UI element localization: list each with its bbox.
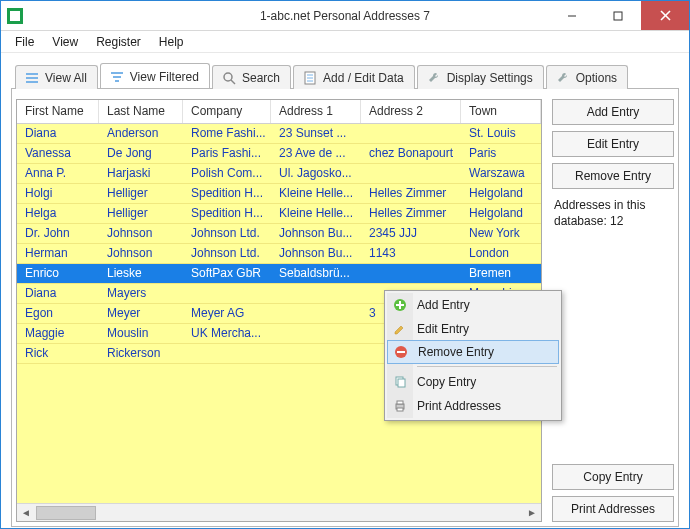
cell: Johnson xyxy=(99,224,183,243)
svg-rect-22 xyxy=(398,379,405,387)
print-addresses-button[interactable]: Print Addresses xyxy=(552,496,674,522)
col-company[interactable]: Company xyxy=(183,100,271,123)
cell: Egon xyxy=(17,304,99,323)
cell: Anna P. xyxy=(17,164,99,183)
cell: New York xyxy=(461,224,541,243)
ctx-add-entry[interactable]: Add Entry xyxy=(387,293,559,317)
scrollbar-thumb[interactable] xyxy=(36,506,96,520)
table-row[interactable]: HolgiHelligerSpedition H...Kleine Helle.… xyxy=(17,184,541,204)
svg-rect-8 xyxy=(113,76,121,78)
tab-label: Options xyxy=(576,71,617,85)
ctx-label: Edit Entry xyxy=(417,322,469,336)
copy-icon xyxy=(392,374,408,390)
cell xyxy=(361,164,461,183)
col-first-name[interactable]: First Name xyxy=(17,100,99,123)
table-row[interactable]: DianaAndersonRome Fashi...23 Sunset ...S… xyxy=(17,124,541,144)
table-row[interactable]: HelgaHelligerSpedition H...Kleine Helle.… xyxy=(17,204,541,224)
cell: Sebaldsbrü... xyxy=(271,264,361,283)
remove-entry-button[interactable]: Remove Entry xyxy=(552,163,674,189)
menu-view[interactable]: View xyxy=(44,33,86,51)
ctx-copy-entry[interactable]: Copy Entry xyxy=(387,370,559,394)
search-icon xyxy=(221,70,237,86)
cell: London xyxy=(461,244,541,263)
cell: Helgoland xyxy=(461,204,541,223)
print-icon xyxy=(392,398,408,414)
cell: Helliger xyxy=(99,204,183,223)
cell: Herman xyxy=(17,244,99,263)
form-icon xyxy=(302,70,318,86)
svg-rect-4 xyxy=(26,73,38,75)
cell: St. Louis xyxy=(461,124,541,143)
col-town[interactable]: Town xyxy=(461,100,541,123)
table-row[interactable]: Dr. JohnJohnsonJohnson Ltd.Johnson Bu...… xyxy=(17,224,541,244)
cell: Maggie xyxy=(17,324,99,343)
cell: UK Mercha... xyxy=(183,324,271,343)
cell: Vanessa xyxy=(17,144,99,163)
filter-icon xyxy=(109,69,125,85)
ctx-label: Add Entry xyxy=(417,298,470,312)
add-entry-button[interactable]: Add Entry xyxy=(552,99,674,125)
copy-entry-button[interactable]: Copy Entry xyxy=(552,464,674,490)
cell: 2345 JJJ xyxy=(361,224,461,243)
table-row[interactable]: HermanJohnsonJohnson Ltd.Johnson Bu...11… xyxy=(17,244,541,264)
cell: Harjaski xyxy=(99,164,183,183)
ctx-edit-entry[interactable]: Edit Entry xyxy=(387,317,559,341)
menubar: File View Register Help xyxy=(1,31,689,53)
tab-search[interactable]: Search xyxy=(212,65,291,89)
cell: Ul. Jagosko... xyxy=(271,164,361,183)
cell: Warszawa xyxy=(461,164,541,183)
svg-rect-5 xyxy=(26,77,38,79)
sidebar: Add Entry Edit Entry Remove Entry Addres… xyxy=(552,99,674,522)
tab-add-edit[interactable]: Add / Edit Data xyxy=(293,65,415,89)
cell: Meyer AG xyxy=(183,304,271,323)
horizontal-scrollbar[interactable]: ◄ ► xyxy=(17,503,541,521)
menu-file[interactable]: File xyxy=(7,33,42,51)
tab-label: Add / Edit Data xyxy=(323,71,404,85)
cell: Paris Fashi... xyxy=(183,144,271,163)
ctx-label: Copy Entry xyxy=(417,375,476,389)
tab-view-all[interactable]: View All xyxy=(15,65,98,89)
edit-entry-button[interactable]: Edit Entry xyxy=(552,131,674,157)
cell: Holgi xyxy=(17,184,99,203)
tab-view-filtered[interactable]: View Filtered xyxy=(100,63,210,88)
add-icon xyxy=(392,297,408,313)
scroll-right-icon[interactable]: ► xyxy=(523,504,541,522)
cell: 1143 xyxy=(361,244,461,263)
tab-label: Display Settings xyxy=(447,71,533,85)
menu-help[interactable]: Help xyxy=(151,33,192,51)
scroll-left-icon[interactable]: ◄ xyxy=(17,504,35,522)
svg-rect-9 xyxy=(115,80,119,82)
cell: Johnson xyxy=(99,244,183,263)
col-last-name[interactable]: Last Name xyxy=(99,100,183,123)
tab-options[interactable]: Options xyxy=(546,65,628,89)
cell: Anderson xyxy=(99,124,183,143)
menu-register[interactable]: Register xyxy=(88,33,149,51)
col-address1[interactable]: Address 1 xyxy=(271,100,361,123)
cell xyxy=(271,344,361,363)
wrench-icon xyxy=(426,70,442,86)
cell: Mouslin xyxy=(99,324,183,343)
ctx-remove-entry[interactable]: Remove Entry xyxy=(387,340,559,364)
cell xyxy=(183,284,271,303)
ctx-print-addresses[interactable]: Print Addresses xyxy=(387,394,559,418)
table-row[interactable]: Anna P.HarjaskiPolish Com...Ul. Jagosko.… xyxy=(17,164,541,184)
cell xyxy=(271,304,361,323)
cell: Enrico xyxy=(17,264,99,283)
cell: Helgoland xyxy=(461,184,541,203)
table-row[interactable]: EnricoLieskeSoftPax GbRSebaldsbrü...Brem… xyxy=(17,264,541,284)
tab-display-settings[interactable]: Display Settings xyxy=(417,65,544,89)
tabstrip: View All View Filtered Search Add / Edit… xyxy=(11,63,679,89)
list-icon xyxy=(24,70,40,86)
cell: Rick xyxy=(17,344,99,363)
db-info-line: database: 12 xyxy=(554,213,674,229)
table-row[interactable]: VanessaDe JongParis Fashi...23 Ave de ..… xyxy=(17,144,541,164)
cell: Rickerson xyxy=(99,344,183,363)
database-info: Addresses in this database: 12 xyxy=(552,195,674,229)
ctx-label: Print Addresses xyxy=(417,399,501,413)
cell: Helliger xyxy=(99,184,183,203)
cell: Johnson Ltd. xyxy=(183,244,271,263)
col-address2[interactable]: Address 2 xyxy=(361,100,461,123)
cell: Diana xyxy=(17,284,99,303)
tab-label: View Filtered xyxy=(130,70,199,84)
cell xyxy=(183,344,271,363)
